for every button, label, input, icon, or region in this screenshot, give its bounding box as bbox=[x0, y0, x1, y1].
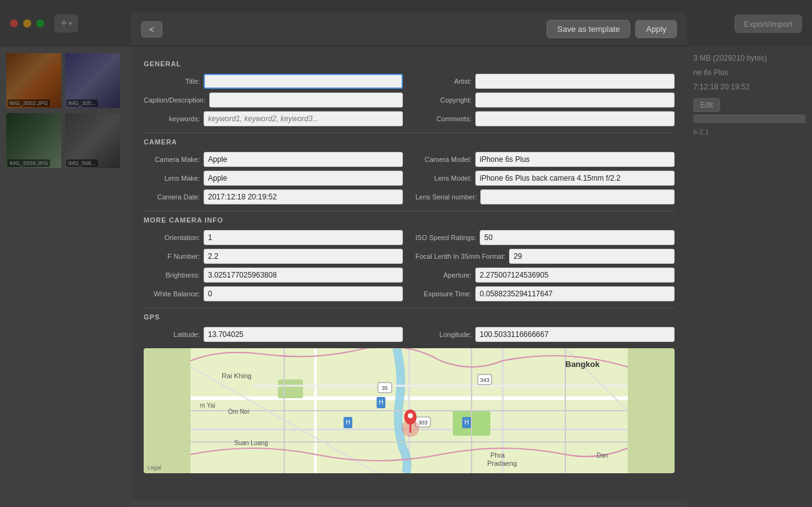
brightness-input[interactable] bbox=[204, 268, 403, 283]
caption-input[interactable] bbox=[209, 93, 403, 108]
camera-model-input[interactable] bbox=[475, 152, 675, 167]
modal-header: < Save as template Apply bbox=[131, 13, 687, 46]
svg-text:Dan: Dan bbox=[597, 452, 608, 459]
latitude-label: Latitude: bbox=[144, 331, 200, 338]
f-number-row: F Number: bbox=[144, 249, 403, 264]
keywords-label: keywords: bbox=[144, 115, 200, 123]
svg-point-38 bbox=[408, 413, 413, 418]
camera-date-row: Camera Date: bbox=[144, 189, 403, 204]
map-section: Wat Phrava Krai, Bangkok, Thailand bbox=[144, 348, 675, 473]
apply-button[interactable]: Apply bbox=[635, 20, 677, 38]
general-section-title: GENERAL bbox=[144, 60, 675, 68]
gps-section-title: GPS bbox=[144, 313, 675, 321]
svg-text:Bangkok: Bangkok bbox=[565, 359, 600, 369]
lens-serial-label: Lens Serial number: bbox=[415, 193, 477, 201]
artist-label: Artist: bbox=[415, 78, 472, 85]
comments-label: Comments: bbox=[415, 115, 472, 123]
white-balance-row: White Balance: bbox=[144, 286, 403, 301]
lens-model-row: Lens Model: bbox=[415, 171, 675, 186]
focal-length-row: Focal Lenth In 35mm Format: bbox=[415, 249, 675, 264]
longitude-input[interactable] bbox=[475, 327, 675, 342]
aperture-label: Aperture: bbox=[415, 271, 472, 279]
latitude-input[interactable] bbox=[204, 327, 403, 342]
map-legal-text: Legal bbox=[147, 464, 161, 471]
comments-row: Comments: bbox=[415, 111, 675, 126]
brightness-label: Brightness: bbox=[144, 271, 200, 279]
comments-input[interactable] bbox=[475, 111, 675, 126]
caption-row: Caption/Description: bbox=[144, 93, 403, 108]
brightness-row: Brightness: bbox=[144, 268, 403, 283]
copyright-label: Copyright: bbox=[415, 96, 472, 104]
svg-text:Phra: Phra bbox=[490, 451, 505, 459]
orientation-input[interactable] bbox=[204, 230, 403, 245]
save-template-button[interactable]: Save as template bbox=[547, 20, 630, 38]
svg-text:343: 343 bbox=[480, 377, 489, 383]
more-camera-section-title: MORE CAMERA INFO bbox=[144, 216, 675, 224]
white-balance-label: White Balance: bbox=[144, 290, 200, 298]
f-number-input[interactable] bbox=[204, 249, 403, 264]
aperture-input[interactable] bbox=[475, 268, 675, 283]
lens-model-input[interactable] bbox=[475, 171, 675, 186]
white-balance-input[interactable] bbox=[204, 286, 403, 301]
iso-label: ISO Speed Ratings: bbox=[415, 234, 476, 241]
camera-section-title: CAMERA bbox=[144, 138, 675, 146]
lens-make-input[interactable] bbox=[204, 171, 403, 186]
title-input[interactable] bbox=[204, 74, 403, 89]
focal-length-input[interactable] bbox=[509, 249, 675, 264]
camera-date-label: Camera Date: bbox=[144, 193, 200, 201]
svg-text:H: H bbox=[464, 419, 468, 426]
copyright-input[interactable] bbox=[475, 93, 675, 108]
f-number-label: F Number: bbox=[144, 253, 200, 260]
divider-2 bbox=[144, 211, 675, 211]
lens-serial-input[interactable] bbox=[480, 189, 675, 204]
general-form: Title: Artist: Caption/Description: Copy… bbox=[144, 74, 675, 126]
copyright-row: Copyright: bbox=[415, 93, 675, 108]
keywords-row: keywords: bbox=[144, 111, 403, 126]
svg-text:Pradaeng: Pradaeng bbox=[487, 459, 517, 467]
back-button[interactable]: < bbox=[141, 21, 162, 38]
orientation-row: Orientation: bbox=[144, 230, 403, 245]
lens-model-label: Lens Model: bbox=[415, 174, 472, 182]
latitude-row: Latitude: bbox=[144, 327, 403, 342]
map-svg: Rai Khing Bangkok Om Noi m Yai Suan Luan… bbox=[144, 348, 675, 473]
svg-text:H: H bbox=[379, 399, 383, 406]
svg-text:m Yai: m Yai bbox=[200, 402, 215, 409]
svg-text:Rai Khing: Rai Khing bbox=[222, 372, 252, 379]
lens-make-row: Lens Make: bbox=[144, 171, 403, 186]
iso-row: ISO Speed Ratings: bbox=[415, 230, 675, 245]
svg-text:Suan Luang: Suan Luang bbox=[234, 439, 268, 446]
more-camera-form: Orientation: ISO Speed Ratings: F Number… bbox=[144, 230, 675, 301]
camera-model-row: Camera Model: bbox=[415, 152, 675, 167]
artist-input[interactable] bbox=[475, 74, 675, 89]
exposure-time-row: Exposure Time: bbox=[415, 286, 675, 301]
map-container[interactable]: Rai Khing Bangkok Om Noi m Yai Suan Luan… bbox=[144, 348, 675, 473]
lens-make-label: Lens Make: bbox=[144, 174, 200, 182]
svg-text:H: H bbox=[345, 419, 350, 426]
aperture-row: Aperture: bbox=[415, 268, 675, 283]
focal-length-label: Focal Lenth In 35mm Format: bbox=[415, 253, 505, 260]
title-label: Title: bbox=[144, 78, 200, 85]
longitude-label: Longitude: bbox=[415, 331, 472, 338]
caption-label: Caption/Description: bbox=[144, 96, 205, 104]
artist-row: Artist: bbox=[415, 74, 675, 89]
longitude-row: Longitude: bbox=[415, 327, 675, 342]
keywords-input[interactable] bbox=[204, 111, 403, 126]
camera-make-row: Camera Make: bbox=[144, 152, 403, 167]
divider-1 bbox=[144, 133, 675, 133]
iso-input[interactable] bbox=[480, 230, 675, 245]
modal-content[interactable]: GENERAL Title: Artist: Caption/Descripti… bbox=[131, 46, 687, 501]
divider-3 bbox=[144, 308, 675, 308]
modal-header-buttons: Save as template Apply bbox=[547, 20, 677, 38]
camera-date-input[interactable] bbox=[204, 189, 403, 204]
svg-text:Om Noi: Om Noi bbox=[228, 408, 249, 415]
camera-make-input[interactable] bbox=[204, 152, 403, 167]
camera-make-label: Camera Make: bbox=[144, 156, 200, 163]
svg-text:35: 35 bbox=[382, 385, 388, 391]
svg-text:303: 303 bbox=[418, 419, 427, 426]
exposure-time-input[interactable] bbox=[475, 286, 675, 301]
exposure-time-label: Exposure Time: bbox=[415, 290, 472, 298]
orientation-label: Orientation: bbox=[144, 234, 200, 241]
title-row: Title: bbox=[144, 74, 403, 89]
modal-dialog: < Save as template Apply GENERAL Title: … bbox=[131, 13, 687, 501]
gps-form: Latitude: Longitude: bbox=[144, 327, 675, 342]
